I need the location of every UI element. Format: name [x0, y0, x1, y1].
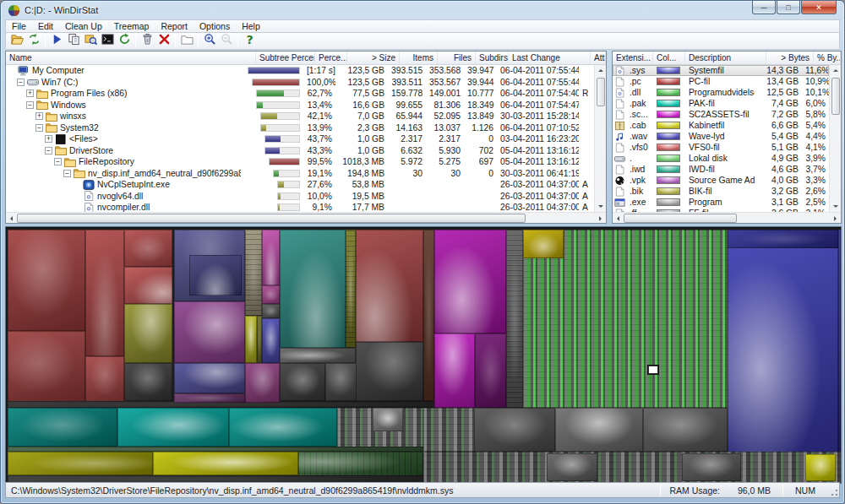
- ext-hscroll-thumb[interactable]: [624, 214, 737, 223]
- tree-row[interactable]: −System3213,9%2,3 GB14.16313.0371.12606-…: [6, 122, 594, 134]
- scroll-left-icon[interactable]: [613, 213, 624, 224]
- tree-row[interactable]: My Computer[1:17 s]123,5 GB393.515353.56…: [6, 65, 594, 77]
- title-bar[interactable]: C:|D: - WinDirStat ─ □ ✕: [1, 1, 844, 19]
- expand-icon[interactable]: +: [35, 112, 43, 120]
- treemap-cell[interactable]: [8, 331, 85, 403]
- treemap-selection-marker[interactable]: [648, 366, 658, 374]
- extension-row[interactable]: .sc...SC2ASSETS-fil7,2 GB5,8%: [613, 109, 829, 120]
- treemap-cell[interactable]: [523, 230, 564, 258]
- zoom-in-button[interactable]: [201, 34, 218, 49]
- tree-row[interactable]: −FileRepository99,5%1018,3 MB5.9725.2756…: [6, 156, 594, 168]
- scroll-left-icon[interactable]: [6, 213, 17, 224]
- treemap-cell[interactable]: [434, 333, 475, 408]
- treemap-cell[interactable]: [346, 230, 356, 348]
- tree-row[interactable]: +Program Files (x86)62,7%77,5 GB159.7781…: [6, 88, 594, 100]
- expand-icon[interactable]: +: [26, 89, 34, 97]
- treemap-cell[interactable]: [174, 301, 245, 363]
- treemap-cell[interactable]: [124, 363, 172, 401]
- collapse-icon[interactable]: −: [35, 124, 43, 132]
- treemap-cell[interactable]: [174, 393, 245, 403]
- treemap-cell[interactable]: [506, 230, 523, 408]
- new-folder-button[interactable]: [178, 34, 195, 49]
- treemap-cell[interactable]: [423, 452, 842, 483]
- menu-edit[interactable]: Edit: [32, 20, 59, 32]
- treemap-cell[interactable]: [547, 453, 597, 481]
- collapse-icon[interactable]: −: [26, 101, 34, 109]
- tree-header-last-change[interactable]: Last Change: [509, 51, 591, 64]
- scroll-right-icon[interactable]: [595, 213, 606, 224]
- command-prompt-button[interactable]: [99, 34, 116, 49]
- extension-row[interactable]: .exeProgram3,1 GB2,5%: [613, 197, 829, 208]
- tree-row[interactable]: nvcompiler.dll9,1%17,7 MB26-03-2011 04:3…: [6, 202, 594, 212]
- collapse-icon[interactable]: −: [17, 79, 25, 86]
- resize-grip-icon[interactable]: [827, 485, 839, 497]
- treemap-cell[interactable]: [117, 408, 229, 447]
- extension-row[interactable]: .iwdIWD-fil4,6 GB3,7%: [613, 164, 829, 175]
- treemap-cell[interactable]: [245, 363, 280, 403]
- collapse-icon[interactable]: −: [54, 158, 62, 165]
- help-button[interactable]: ?: [241, 34, 258, 49]
- resume-button[interactable]: [48, 34, 65, 49]
- treemap-cell[interactable]: [124, 267, 172, 304]
- ext-header-description[interactable]: Description: [685, 51, 766, 64]
- treemap[interactable]: [5, 226, 842, 484]
- treemap-cell[interactable]: [85, 356, 124, 403]
- treemap-cell[interactable]: [262, 304, 280, 318]
- tree-header-size[interactable]: > Size: [347, 51, 400, 64]
- close-button[interactable]: ✕: [801, 1, 837, 14]
- cleanup-button[interactable]: [139, 34, 155, 49]
- tree-row[interactable]: −nv_disp.inf_amd64_neutral_d90f6299a8654…: [6, 168, 594, 180]
- scroll-right-icon[interactable]: [830, 213, 841, 224]
- treemap-cell[interactable]: [262, 230, 280, 285]
- scroll-up-icon[interactable]: [595, 65, 606, 76]
- treemap-cell[interactable]: [245, 316, 257, 363]
- refresh-all-button[interactable]: [25, 34, 42, 49]
- extension-row[interactable]: .sysSystemfil14,3 GB11,6%: [613, 65, 829, 76]
- treemap-cell[interactable]: [280, 363, 325, 401]
- collapse-icon[interactable]: −: [63, 170, 71, 177]
- treemap-cell[interactable]: [728, 230, 838, 454]
- treemap-cell[interactable]: [189, 255, 242, 295]
- tree-vscroll-thumb[interactable]: [597, 78, 605, 106]
- ext-vscroll-thumb[interactable]: [831, 78, 840, 115]
- scroll-up-icon[interactable]: [830, 65, 841, 76]
- extension-row[interactable]: .bikBIK-fil3,2 GB2,6%: [613, 186, 829, 197]
- treemap-cell[interactable]: [475, 333, 506, 408]
- tree-row[interactable]: +<Files>43,7%1,0 GB2.3172.317003-04-2011…: [6, 133, 594, 145]
- treemap-cell[interactable]: [373, 408, 403, 431]
- treemap-cell[interactable]: [643, 408, 728, 452]
- treemap-cell[interactable]: [325, 363, 359, 401]
- treemap-cell[interactable]: [262, 285, 280, 304]
- scroll-down-icon[interactable]: [595, 201, 606, 212]
- treemap-cell[interactable]: [838, 230, 841, 454]
- treemap-cell[interactable]: [153, 452, 298, 475]
- menu-treemap[interactable]: Treemap: [108, 20, 155, 32]
- copy-button[interactable]: [65, 34, 82, 49]
- extension-row[interactable]: .cabKabinetfil6,6 GB5,4%: [613, 120, 829, 131]
- treemap-cell[interactable]: [356, 230, 423, 342]
- menu-help[interactable]: Help: [236, 20, 266, 32]
- treemap-cell[interactable]: [805, 454, 836, 481]
- tree-row[interactable]: −Windows13,4%16,6 GB99.65581.30618.34906…: [6, 100, 594, 111]
- menu-options[interactable]: Options: [194, 20, 236, 32]
- expand-icon[interactable]: +: [45, 135, 52, 143]
- tree-header-perce[interactable]: Perce...: [315, 51, 347, 64]
- ext-vertical-scrollbar[interactable]: [829, 65, 841, 212]
- extension-row[interactable]: .pcPC-fil13,4 GB10,9%: [613, 76, 829, 87]
- tree-horizontal-scrollbar[interactable]: [6, 212, 606, 223]
- extension-row[interactable]: .pakPAK-fil7,4 GB6,0%: [613, 98, 829, 109]
- tree-row[interactable]: NvCplSetupInt.exe27,6%53,8 MB26-03-2011 …: [6, 179, 594, 191]
- treemap-cell[interactable]: [280, 348, 356, 363]
- treemap-cell[interactable]: [262, 318, 280, 363]
- treemap-cell[interactable]: [356, 342, 423, 401]
- tree-row[interactable]: −DriverStore43,3%1,0 GB6.6325.93070205-0…: [6, 145, 594, 157]
- treemap-cell[interactable]: [174, 363, 245, 393]
- treemap-cell[interactable]: [8, 230, 85, 331]
- treemap-cell[interactable]: [280, 230, 346, 348]
- treemap-cell[interactable]: [124, 230, 172, 267]
- tree-row[interactable]: +winsxs42,1%7,0 GB65.94452.09513.84930-0…: [6, 111, 594, 122]
- refresh-selected-button[interactable]: [116, 34, 133, 49]
- extension-row[interactable]: .vfs0VFS0-fil5,1 GB4,1%: [613, 142, 829, 153]
- tree-header-subtree-percent[interactable]: Subtree Percent...: [256, 51, 315, 64]
- explorer-button[interactable]: [82, 34, 99, 49]
